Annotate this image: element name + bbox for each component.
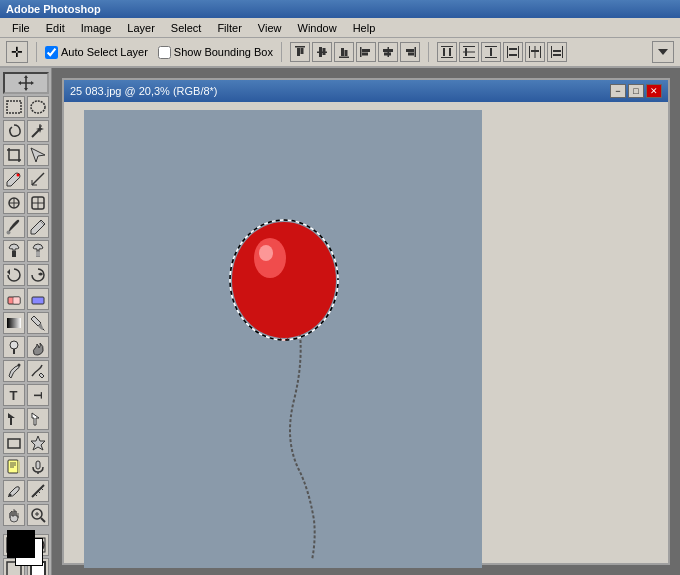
tool-path-select[interactable] <box>3 408 25 430</box>
align-right[interactable] <box>400 42 420 62</box>
tool-art-history-brush[interactable] <box>27 264 49 286</box>
tool-ellipse-marquee[interactable] <box>27 96 49 118</box>
tool-measure[interactable] <box>27 168 49 190</box>
menu-filter[interactable]: Filter <box>209 20 249 36</box>
svg-marker-62 <box>7 269 10 275</box>
svg-rect-0 <box>295 46 305 48</box>
gradient-tools <box>3 312 49 334</box>
svg-point-96 <box>259 245 273 261</box>
tool-pencil[interactable] <box>27 216 49 238</box>
tool-pen[interactable] <box>3 360 25 382</box>
tool-gradient[interactable] <box>3 312 25 334</box>
align-bottom[interactable] <box>334 42 354 62</box>
title-bar: Adobe Photoshop <box>0 0 680 18</box>
tool-burn[interactable] <box>27 336 49 358</box>
menu-image[interactable]: Image <box>73 20 120 36</box>
separator-1 <box>36 42 37 62</box>
align-vcenter[interactable] <box>312 42 332 62</box>
doc-canvas <box>84 110 482 568</box>
doc-window-buttons: − □ ✕ <box>610 84 662 98</box>
svg-rect-65 <box>32 297 44 304</box>
svg-rect-4 <box>319 47 322 57</box>
shape-tools <box>3 432 49 454</box>
align-top[interactable] <box>290 42 310 62</box>
move-tool-icon[interactable]: ✛ <box>6 41 28 63</box>
tool-eraser[interactable] <box>3 288 25 310</box>
doc-close-btn[interactable]: ✕ <box>646 84 662 98</box>
tool-paint-bucket[interactable] <box>27 312 49 334</box>
tool-slice[interactable] <box>27 144 49 166</box>
svg-rect-8 <box>344 50 347 56</box>
doc-minimize-btn[interactable]: − <box>610 84 626 98</box>
show-bounding-box-checkbox[interactable] <box>158 46 171 59</box>
tool-custom-shape[interactable] <box>27 432 49 454</box>
auto-select-checkbox-label[interactable]: Auto Select Layer <box>45 46 148 59</box>
tool-move[interactable] <box>3 72 49 94</box>
tool-bg-eraser[interactable] <box>27 288 49 310</box>
crop-tools <box>3 144 49 166</box>
svg-rect-1 <box>297 48 300 56</box>
svg-point-42 <box>31 101 45 113</box>
tool-heal[interactable] <box>3 192 25 214</box>
svg-rect-25 <box>465 48 467 56</box>
tool-notes[interactable] <box>3 456 25 478</box>
tool-direct-select[interactable] <box>27 408 49 430</box>
tool-pattern-stamp[interactable] <box>27 240 49 262</box>
tool-freeform-pen[interactable] <box>27 360 49 382</box>
tool-magic-wand[interactable] <box>27 120 49 142</box>
menu-layer[interactable]: Layer <box>119 20 163 36</box>
auto-select-checkbox[interactable] <box>45 46 58 59</box>
tool-patch[interactable] <box>27 192 49 214</box>
dist-right[interactable] <box>547 42 567 62</box>
tool-zoom[interactable] <box>27 504 49 526</box>
tool-hand[interactable] <box>3 504 25 526</box>
tool-shape[interactable] <box>3 432 25 454</box>
align-left[interactable] <box>356 42 376 62</box>
svg-line-82 <box>41 488 43 490</box>
tool-audio[interactable] <box>27 456 49 478</box>
dist-left[interactable] <box>503 42 523 62</box>
tool-rect-marquee[interactable] <box>3 96 25 118</box>
tool-brush[interactable] <box>3 216 25 238</box>
align-hcenter[interactable] <box>378 42 398 62</box>
tool-crop[interactable] <box>3 144 25 166</box>
dist-hcenter[interactable] <box>525 42 545 62</box>
svg-rect-59 <box>36 251 40 257</box>
doc-maximize-btn[interactable]: □ <box>628 84 644 98</box>
tool-ruler[interactable] <box>27 480 49 502</box>
align-group-1 <box>290 42 420 62</box>
tool-color-sampler[interactable] <box>3 480 25 502</box>
tool-lasso[interactable] <box>3 120 25 142</box>
svg-rect-7 <box>341 48 344 56</box>
tool-eyedropper[interactable] <box>3 168 25 190</box>
dist-top[interactable] <box>437 42 457 62</box>
separator-3 <box>428 42 429 62</box>
foreground-color-swatch[interactable] <box>7 530 35 558</box>
show-bounding-box-label[interactable]: Show Bounding Box <box>158 46 273 59</box>
tool-history-brush[interactable] <box>3 264 25 286</box>
svg-rect-35 <box>540 46 541 58</box>
menu-file[interactable]: File <box>4 20 38 36</box>
dodge-tools <box>3 336 49 358</box>
dist-bottom[interactable] <box>481 42 501 62</box>
document-window: 25 083.jpg @ 20,3% (RGB/8*) − □ ✕ <box>62 78 670 565</box>
dist-vcenter[interactable] <box>459 42 479 62</box>
tool-type[interactable]: T <box>3 384 25 406</box>
svg-rect-2 <box>300 48 303 54</box>
tool-dodge[interactable] <box>3 336 25 358</box>
svg-rect-24 <box>463 57 475 58</box>
tool-vertical-type[interactable]: T <box>27 384 49 406</box>
tool-stamp[interactable] <box>3 240 25 262</box>
svg-rect-31 <box>509 48 517 50</box>
menu-window[interactable]: Window <box>290 20 345 36</box>
menu-edit[interactable]: Edit <box>38 20 73 36</box>
svg-rect-38 <box>562 46 563 58</box>
bounding-box-label: Show Bounding Box <box>174 46 273 58</box>
menu-view[interactable]: View <box>250 20 290 36</box>
menu-help[interactable]: Help <box>345 20 384 36</box>
doc-title-bar[interactable]: 25 083.jpg @ 20,3% (RGB/8*) − □ ✕ <box>64 80 668 102</box>
path-select-tools <box>3 408 49 430</box>
options-arrow[interactable] <box>652 41 674 63</box>
svg-rect-66 <box>7 318 21 328</box>
menu-select[interactable]: Select <box>163 20 210 36</box>
